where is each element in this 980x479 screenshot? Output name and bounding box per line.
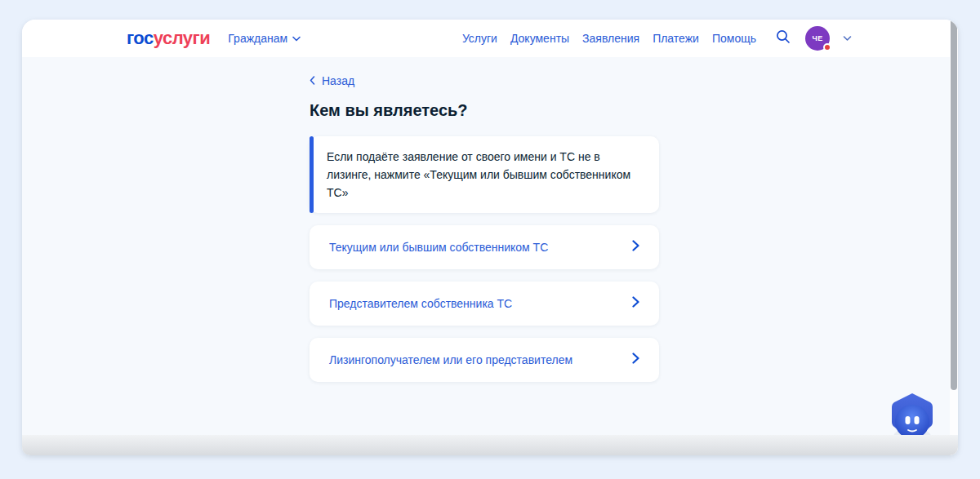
logo-part-blue: гос — [127, 28, 154, 48]
option-current-or-former-owner[interactable]: Текущим или бывшим собственником ТС — [310, 225, 659, 269]
back-label: Назад — [322, 74, 354, 87]
option-lessee-or-representative[interactable]: Лизингополучателем или его представителе… — [310, 338, 659, 382]
audience-selector[interactable]: Гражданам — [228, 32, 301, 45]
option-label: Лизингополучателем или его представителе… — [329, 353, 572, 366]
scrollbar-track — [950, 20, 958, 455]
chevron-left-icon — [310, 74, 315, 87]
gosuslugi-logo[interactable]: госуслуги — [127, 28, 210, 49]
chevron-down-icon — [292, 36, 301, 42]
browser-page: госуслуги Гражданам Услуги Документы Зая… — [22, 20, 958, 455]
nav-item-services[interactable]: Услуги — [462, 32, 497, 45]
search-icon — [776, 29, 791, 47]
audience-label: Гражданам — [228, 32, 287, 45]
search-button[interactable] — [774, 29, 792, 47]
back-link[interactable]: Назад — [310, 74, 354, 87]
chevron-right-icon — [632, 353, 639, 367]
info-accent-bar — [310, 136, 314, 213]
site-header: госуслуги Гражданам Услуги Документы Зая… — [22, 20, 958, 57]
info-note: Если подаёте заявление от своего имени и… — [310, 136, 659, 213]
user-menu-chevron-icon[interactable] — [843, 35, 852, 42]
nav-item-help[interactable]: Помощь — [712, 32, 756, 45]
scrollbar-thumb[interactable] — [951, 20, 957, 390]
main-nav: Услуги Документы Заявления Платежи Помощ… — [462, 32, 756, 45]
option-owner-representative[interactable]: Представителем собственника ТС — [310, 282, 659, 326]
page-content: Назад Кем вы являетесь? Если подаёте зая… — [22, 57, 958, 455]
nav-item-payments[interactable]: Платежи — [653, 32, 699, 45]
logo-part-red: услуги — [154, 28, 211, 48]
window-bottom-shadow — [22, 435, 958, 455]
chevron-right-icon — [632, 296, 639, 311]
option-label: Текущим или бывшим собственником ТС — [329, 241, 548, 254]
option-label: Представителем собственника ТС — [329, 297, 512, 310]
nav-item-applications[interactable]: Заявления — [582, 32, 639, 45]
page-title: Кем вы являетесь? — [310, 101, 659, 120]
user-menu[interactable]: ЧЕ — [805, 26, 830, 51]
notification-dot — [823, 43, 831, 51]
chevron-right-icon — [632, 240, 639, 255]
nav-item-documents[interactable]: Документы — [510, 32, 569, 45]
info-note-text: Если подаёте заявление от своего имени и… — [327, 150, 630, 199]
